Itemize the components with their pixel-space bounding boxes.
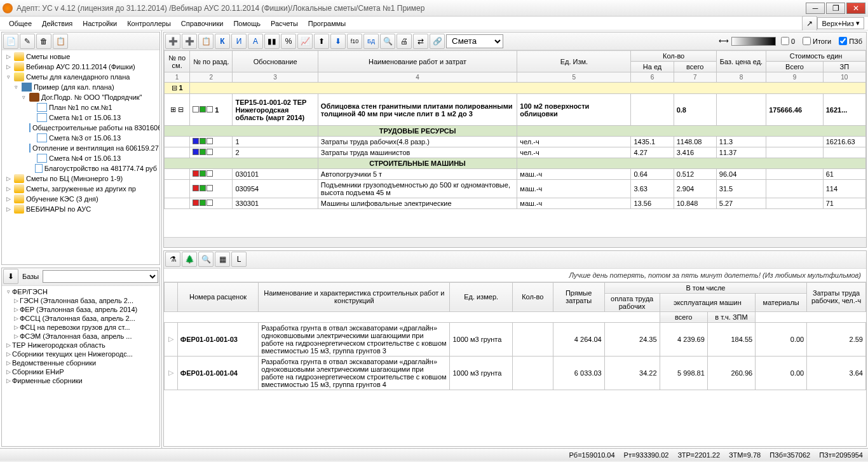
- tree-item[interactable]: ▷Фирменные сборники: [3, 376, 158, 385]
- lower-grid: Номера расценок Наименование и характери…: [164, 282, 866, 390]
- copy-button[interactable]: 📋: [53, 34, 68, 49]
- statusbar: Рб=159010.04 Рт=933390.02 ЗТР=2201.22 ЗТ…: [0, 448, 868, 461]
- table-row[interactable]: ▷ФЕР01-01-001-03Разработка грунта в отва…: [165, 322, 866, 356]
- load-button[interactable]: ⬇: [3, 269, 18, 284]
- tree-item[interactable]: ▷ФСЭМ (Эталонная база, апрель ...: [3, 332, 158, 341]
- tb-search[interactable]: 🔍: [380, 34, 395, 49]
- tb-add[interactable]: ➕: [165, 34, 180, 49]
- tb-a[interactable]: А: [248, 34, 263, 49]
- view-combo[interactable]: Смета: [446, 34, 503, 48]
- lt-tree[interactable]: 🌲: [182, 252, 197, 267]
- quote: Лучше день потерять, потом за пять минут…: [164, 269, 866, 282]
- tb-chart[interactable]: 📈: [297, 34, 313, 49]
- chk-itogi[interactable]: Итоги: [800, 37, 834, 45]
- menu-controllers[interactable]: Контроллеры: [122, 18, 176, 29]
- menu-settings[interactable]: Настройки: [78, 18, 122, 29]
- tb-add2[interactable]: ➕: [182, 34, 197, 49]
- tb-bd[interactable]: БД: [363, 34, 379, 49]
- maximize-button[interactable]: ❐: [826, 3, 845, 14]
- project-tree[interactable]: ▷Сметы новые▷Вебинар АУС 20.11.2014 (Фиш…: [2, 50, 159, 264]
- tree-item[interactable]: ▿Сметы для календарного плана: [3, 72, 158, 82]
- delete-button[interactable]: 🗑: [36, 34, 51, 49]
- tree-item[interactable]: ▷Сметы по БЦ (Минэнерго 1-9): [3, 173, 158, 184]
- tree-item[interactable]: Смета №1 от 15.06.13: [3, 112, 158, 123]
- tb-bars[interactable]: ▮▮: [264, 34, 280, 49]
- table-row[interactable]: ⊞ ⊟ 1 ТЕР15-01-001-02 ТЕР Нижегородская …: [165, 94, 866, 126]
- tree-item[interactable]: ▷ГЭСН (Эталонная база, апрель 2...: [3, 296, 158, 305]
- width-icon[interactable]: ⟷: [719, 37, 729, 45]
- tree-item[interactable]: Смета №3 от 15.06.13: [3, 133, 158, 143]
- tree-item[interactable]: ▷Сметы, загруженные из других пр: [3, 184, 158, 194]
- tree-item[interactable]: Смета №4 от 15.06.13: [3, 153, 158, 163]
- tree-item[interactable]: Благоустройство на 481774.74 руб: [3, 163, 158, 173]
- tb-i[interactable]: И: [231, 34, 247, 49]
- bases-combo[interactable]: [43, 270, 158, 283]
- lt-filter[interactable]: ⚗: [165, 252, 180, 267]
- app-icon: [3, 3, 13, 13]
- lt-search[interactable]: 🔍: [198, 252, 214, 267]
- tb-pct[interactable]: %: [281, 34, 296, 49]
- tree-item[interactable]: ▷ФССЦ (Эталонная база, апрель 2...: [3, 314, 158, 323]
- h-scrollbar[interactable]: [164, 237, 866, 247]
- tree-item[interactable]: ▷Ведомственные сборники: [3, 358, 158, 367]
- tree-item[interactable]: ▷ВЕБИНАРЫ по АУС: [3, 204, 158, 214]
- tb-f10[interactable]: f10: [347, 34, 362, 49]
- menu-actions[interactable]: Действия: [37, 18, 78, 29]
- verh-niz-button[interactable]: Верх+Низ ▾: [817, 17, 864, 29]
- table-row[interactable]: ▷ФЕР01-01-001-04Разработка грунта в отва…: [165, 356, 866, 390]
- table-row[interactable]: 2Затраты труда машинистовчел.-ч4.273.416…: [165, 147, 866, 158]
- window-title: Адепт: УС v 4.12 (лицензия до 31.12.2014…: [17, 4, 806, 13]
- tb-down[interactable]: ⬇: [330, 34, 346, 49]
- tree-item[interactable]: ▷Вебинар АУС 20.11.2014 (Фишки): [3, 62, 158, 72]
- edit-button[interactable]: ✎: [20, 34, 35, 49]
- menu-general[interactable]: Общее: [4, 18, 37, 29]
- table-row[interactable]: 030954Подъемники грузоподъемностью до 50…: [165, 180, 866, 198]
- table-row[interactable]: 330301Машины шлифовальные электрическием…: [165, 198, 866, 209]
- tb-up[interactable]: ⬆: [314, 34, 329, 49]
- tb-k[interactable]: К: [215, 34, 230, 49]
- minimize-button[interactable]: ─: [806, 3, 825, 14]
- tree-item[interactable]: ▿Пример (для кал. плана): [3, 82, 158, 92]
- tree-item[interactable]: ▷Сборники текущих цен Нижегородс...: [3, 350, 158, 358]
- tb-link[interactable]: 🔗: [430, 34, 445, 49]
- bases-tree[interactable]: ▿ФЕР/ГЭСН▷ГЭСН (Эталонная база, апрель 2…: [2, 286, 159, 446]
- tree-item[interactable]: ▷ФЕР (Эталонная база, апрель 2014): [3, 305, 158, 314]
- main-grid: № по см. № по разд. Обоснование Наименов…: [164, 50, 866, 209]
- table-row[interactable]: 1Затраты труда рабочих(4.8 разр.)чел.-ч1…: [165, 137, 866, 147]
- menu-help[interactable]: Помощь: [228, 18, 266, 29]
- tree-item[interactable]: Отопление и вентиляция на 606159.27 руб: [3, 143, 158, 153]
- tree-item[interactable]: ▷Сборники ЕНиР: [3, 367, 158, 376]
- tree-item[interactable]: ▿Дог.Подр. № ООО "Подрядчик": [3, 92, 158, 102]
- tb-print[interactable]: 🖨: [397, 34, 412, 49]
- new-button[interactable]: 📄: [3, 34, 18, 49]
- close-button[interactable]: ✕: [846, 3, 865, 14]
- menubar: Общее Действия Настройки Контроллеры Спр…: [0, 17, 868, 31]
- menu-calc[interactable]: Расчеты: [266, 18, 303, 29]
- bases-label: Базы: [20, 273, 41, 280]
- menu-programs[interactable]: Программы: [303, 18, 351, 29]
- tree-item[interactable]: План №1 по см.№1: [3, 102, 158, 112]
- table-row[interactable]: ⊟ 1: [165, 83, 866, 94]
- chk-pzb[interactable]: ПЗб: [836, 37, 865, 45]
- gradient-slider[interactable]: [731, 37, 776, 46]
- arrow-icon[interactable]: ↗: [802, 16, 817, 31]
- tree-item[interactable]: ▷Сметы новые: [3, 51, 158, 62]
- chk-zero[interactable]: 0: [778, 37, 797, 45]
- tree-item[interactable]: ▷ТЕР Нижегородская область: [3, 341, 158, 350]
- menu-reference[interactable]: Справочники: [176, 18, 229, 29]
- tb-paste[interactable]: 📋: [198, 34, 214, 49]
- tree-item[interactable]: ▷ФСЦ на перевозки грузов для ст...: [3, 323, 158, 332]
- tree-item[interactable]: ▷Обучение КЭС (3 дня): [3, 194, 158, 204]
- lt-l[interactable]: L: [231, 252, 247, 267]
- tree-item[interactable]: Общестроительные работы на 8301606.87 ру…: [3, 123, 158, 133]
- lt-grid[interactable]: ▦: [215, 252, 230, 267]
- table-row[interactable]: 030101Автопогрузчики 5 тмаш.-ч0.640.5129…: [165, 169, 866, 180]
- tb-export[interactable]: ⇄: [413, 34, 428, 49]
- tree-item[interactable]: ▿ФЕР/ГЭСН: [3, 287, 158, 296]
